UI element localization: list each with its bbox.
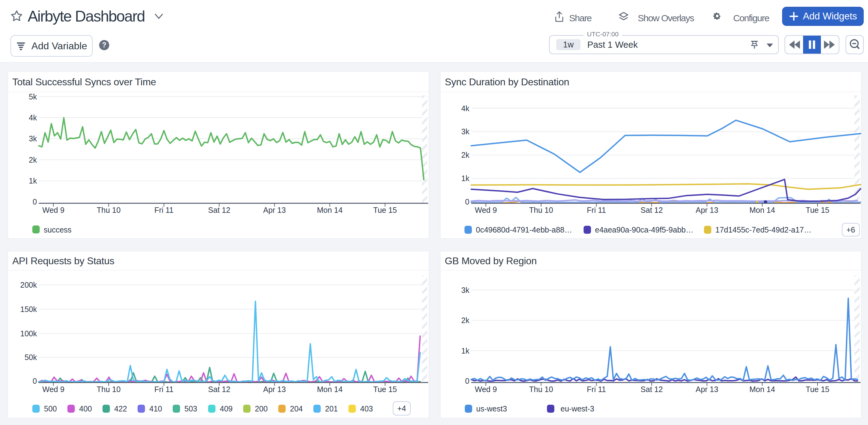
- svg-text:Sat 12: Sat 12: [641, 385, 663, 394]
- svg-text:Sat 12: Sat 12: [208, 385, 230, 394]
- svg-text:Thu 10: Thu 10: [97, 206, 121, 214]
- svg-text:3k: 3k: [461, 127, 470, 136]
- svg-text:17d1455c-7ed5-49d2-a17…: 17d1455c-7ed5-49d2-a17…: [715, 225, 812, 234]
- svg-text:1k: 1k: [461, 174, 470, 183]
- svg-text:0: 0: [33, 377, 37, 385]
- svg-text:4k: 4k: [461, 104, 470, 113]
- svg-text:100k: 100k: [20, 329, 37, 338]
- svg-text:1k: 1k: [29, 177, 37, 185]
- svg-text:Mon 14: Mon 14: [317, 385, 343, 394]
- svg-text:us-west3: us-west3: [476, 404, 507, 413]
- svg-text:204: 204: [290, 404, 303, 413]
- svg-text:422: 422: [114, 404, 127, 413]
- svg-text:201: 201: [325, 404, 338, 413]
- svg-text:e4aea90a-90ca-49f5-9abb…: e4aea90a-90ca-49f5-9abb…: [595, 225, 693, 234]
- svg-text:Apr 13: Apr 13: [695, 206, 718, 214]
- svg-text:410: 410: [149, 404, 162, 413]
- svg-text:1k: 1k: [461, 346, 470, 355]
- svg-text:Tue 15: Tue 15: [806, 385, 830, 394]
- svg-text:Sat 12: Sat 12: [641, 206, 663, 214]
- svg-text:503: 503: [184, 404, 197, 413]
- svg-text:0: 0: [33, 198, 37, 206]
- svg-text:Fri 11: Fri 11: [155, 385, 174, 394]
- svg-text:Apr 13: Apr 13: [695, 385, 718, 394]
- svg-text:50k: 50k: [25, 353, 37, 362]
- svg-text:200: 200: [255, 404, 268, 413]
- svg-text:Wed 9: Wed 9: [475, 206, 497, 214]
- svg-text:Mon 14: Mon 14: [749, 385, 775, 394]
- svg-text:Tue 15: Tue 15: [373, 385, 397, 394]
- svg-text:Wed 9: Wed 9: [42, 385, 64, 394]
- svg-text:Mon 14: Mon 14: [317, 206, 343, 214]
- svg-text:0: 0: [465, 198, 469, 206]
- svg-text:Fri 11: Fri 11: [587, 206, 606, 214]
- svg-text:Fri 11: Fri 11: [587, 385, 606, 394]
- svg-text:0c49680d-4791-4ebb-a88…: 0c49680d-4791-4ebb-a88…: [476, 225, 572, 234]
- svg-text:Thu 10: Thu 10: [529, 385, 553, 394]
- svg-text:500: 500: [44, 404, 57, 413]
- svg-text:success: success: [44, 225, 71, 234]
- svg-text:Wed 9: Wed 9: [475, 385, 497, 394]
- svg-text:0: 0: [465, 377, 469, 385]
- svg-text:409: 409: [220, 404, 233, 413]
- svg-text:+4: +4: [397, 404, 406, 413]
- svg-text:eu-west-3: eu-west-3: [560, 404, 594, 413]
- svg-text:Tue 15: Tue 15: [806, 206, 830, 214]
- svg-text:Mon 14: Mon 14: [749, 206, 775, 214]
- svg-text:2k: 2k: [461, 316, 470, 325]
- svg-text:400: 400: [79, 404, 92, 413]
- svg-text:4k: 4k: [29, 113, 37, 122]
- svg-text:3k: 3k: [29, 134, 37, 143]
- svg-text:3k: 3k: [461, 286, 470, 295]
- svg-text:2k: 2k: [29, 155, 37, 164]
- svg-text:+6: +6: [846, 225, 856, 234]
- svg-text:5k: 5k: [29, 92, 37, 101]
- svg-text:Sat 12: Sat 12: [208, 206, 230, 214]
- svg-text:Apr 13: Apr 13: [263, 385, 286, 394]
- svg-text:150k: 150k: [20, 305, 37, 313]
- svg-text:Wed 9: Wed 9: [42, 206, 64, 214]
- svg-text:200k: 200k: [20, 280, 37, 289]
- svg-text:Tue 15: Tue 15: [373, 206, 397, 214]
- svg-text:Fri 11: Fri 11: [155, 206, 174, 214]
- svg-text:Thu 10: Thu 10: [529, 206, 553, 214]
- svg-text:2k: 2k: [461, 151, 470, 159]
- svg-text:Apr 13: Apr 13: [263, 206, 286, 214]
- svg-text:403: 403: [360, 404, 373, 413]
- svg-text:Thu 10: Thu 10: [97, 385, 121, 394]
